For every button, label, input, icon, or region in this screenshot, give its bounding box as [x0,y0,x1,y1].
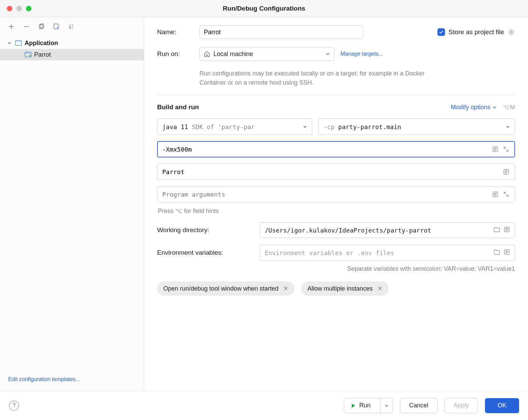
application-icon [25,52,31,57]
window-title: Run/Debug Configurations [223,5,305,12]
sort-button[interactable]: az [67,22,76,31]
insert-macros-icon[interactable] [502,168,510,176]
runon-label: Run on: [157,50,193,58]
vm-options-field[interactable] [157,141,515,157]
sidebar-category-label: Application [25,40,58,47]
ok-button[interactable]: OK [485,398,519,413]
chevron-down-icon [8,41,12,45]
insert-macros-icon[interactable] [491,191,499,198]
window-minimize-button[interactable] [16,6,22,11]
application-icon [15,40,22,46]
name-label: Name: [157,28,193,36]
main-class-field[interactable] [157,164,515,180]
close-icon[interactable]: ✕ [283,285,288,292]
chevron-down-icon [326,52,330,56]
svg-text:z: z [72,26,73,29]
help-button[interactable]: ? [9,401,19,411]
expand-icon[interactable] [502,191,510,198]
window-close-button[interactable] [7,6,12,11]
edit-templates-link[interactable]: Edit configuration templates... [8,376,80,382]
insert-macros-icon[interactable] [504,226,510,234]
divider [157,95,515,95]
chevron-down-icon [303,125,307,129]
chevron-down-icon [385,404,389,408]
svg-rect-8 [25,52,31,54]
apply-button[interactable]: Apply [444,398,478,413]
window-zoom-button[interactable] [26,6,31,11]
insert-macros-icon[interactable] [504,249,510,256]
runon-hint: Run configurations may be executed local… [199,69,445,87]
option-pill-open-tool-window[interactable]: Open run/debug tool window when started … [157,281,294,296]
env-vars-hint: Separate variables with semicolon: VAR=v… [157,265,515,272]
folder-icon[interactable] [494,226,500,234]
folder-icon[interactable] [494,249,500,256]
name-input[interactable] [199,25,363,39]
field-hint: Press ⌥ for field hints [158,207,515,215]
titlebar: Run/Debug Configurations [0,0,528,17]
working-directory-field[interactable]: /Users/igor.kulakov/IdeaProjects/party-p… [260,222,515,238]
remove-configuration-button[interactable] [22,22,31,31]
env-vars-field[interactable]: Environment variables or .env files [260,245,515,261]
chevron-down-icon [506,125,510,129]
insert-macros-icon[interactable] [491,145,499,153]
svg-rect-6 [15,41,22,42]
cancel-button[interactable]: Cancel [400,398,437,413]
expand-icon[interactable] [502,145,510,153]
modify-shortcut: ⌥M [503,103,515,111]
copy-configuration-button[interactable] [37,22,46,31]
program-arguments-input[interactable] [162,191,491,198]
working-directory-label: Working directory: [157,226,260,234]
classpath-select[interactable]: -cp party-parrot.main [318,118,515,135]
option-pill-allow-multiple[interactable]: Allow multiple instances ✕ [301,281,389,296]
chevron-down-icon [492,105,497,109]
program-arguments-field[interactable] [157,186,515,202]
modify-options-link[interactable]: Modify options [451,104,497,111]
vm-options-input[interactable] [162,146,491,153]
home-icon [204,51,210,57]
jdk-select[interactable]: java 11 SDK of 'party-par [157,118,312,135]
runon-select[interactable]: Local machine [199,47,334,61]
runon-value: Local machine [213,51,253,58]
section-title: Build and run [157,103,199,111]
store-project-file-label: Store as project file [448,28,504,36]
sidebar-item-label: Parrot [34,51,51,58]
play-icon [350,403,356,408]
save-configuration-button[interactable] [52,22,61,31]
gear-icon[interactable] [508,28,515,36]
store-project-file-checkbox[interactable] [437,28,445,36]
run-dropdown-button[interactable] [380,398,393,413]
run-button[interactable]: Run [344,398,393,413]
manage-targets-link[interactable]: Manage targets... [341,51,383,57]
svg-point-9 [510,31,512,33]
env-vars-label: Environment variables: [157,249,260,256]
sidebar-category-application[interactable]: Application [0,37,144,49]
close-icon[interactable]: ✕ [377,285,383,292]
add-configuration-button[interactable] [7,22,16,31]
sidebar-item-parrot[interactable]: Parrot [0,49,144,60]
main-class-input[interactable] [162,168,502,176]
